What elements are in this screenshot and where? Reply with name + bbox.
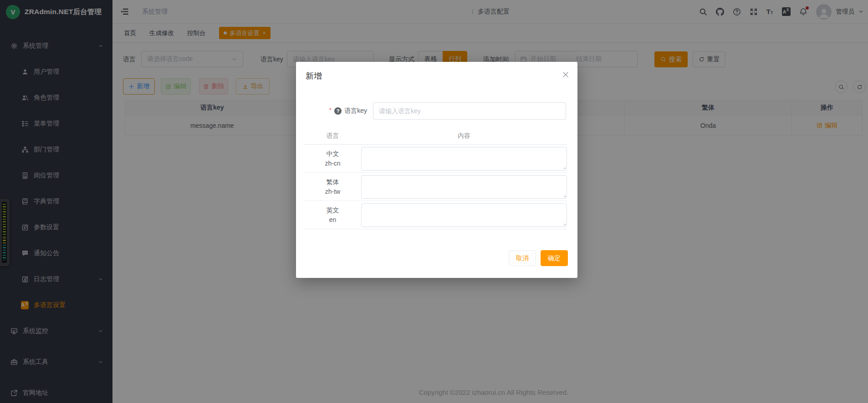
dialog-language-cell: 中文 zh-cn [304, 149, 361, 168]
dialog-language-cell: 英文 en [304, 206, 361, 225]
dialog-row-zh-cn: 中文 zh-cn [304, 145, 567, 173]
dialog-row-zh-tw: 繁体 zh-tw [304, 173, 567, 201]
required-mark: * [329, 106, 332, 114]
zh-cn-content-textarea[interactable] [361, 147, 567, 171]
dialog-content-cell [361, 147, 567, 171]
confirm-button[interactable]: 确定 [541, 250, 568, 266]
en-content-textarea[interactable] [361, 203, 567, 227]
add-dialog: 新增 * ? 语言key 语言 内容 中文 zh-cn [296, 62, 577, 278]
dialog-language-cell: 繁体 zh-tw [304, 177, 361, 196]
app-root: V ZRAdmin.NET后台管理 系统管理 用户管理 角色管理 菜单管理 [0, 0, 868, 403]
dialog-content-cell [361, 203, 567, 227]
dialog-language-table: 语言 内容 中文 zh-cn 繁体 zh-tw [304, 128, 567, 229]
cancel-button[interactable]: 取消 [509, 250, 536, 266]
dialog-column-content: 内容 [361, 132, 567, 140]
help-icon[interactable]: ? [334, 107, 342, 115]
dialog-key-input[interactable] [373, 102, 566, 120]
dialog-table-header: 语言 内容 [304, 128, 567, 145]
close-icon[interactable] [562, 71, 569, 78]
dialog-key-form-row: * ? 语言key [296, 102, 566, 120]
dialog-key-label: * ? 语言key [296, 107, 373, 115]
dialog-content-cell [361, 175, 567, 199]
dialog-row-en: 英文 en [304, 201, 567, 229]
dialog-title: 新增 [306, 71, 322, 81]
dialog-footer: 取消 确定 [509, 250, 568, 266]
zh-tw-content-textarea[interactable] [361, 175, 567, 199]
dialog-column-language: 语言 [304, 132, 361, 140]
